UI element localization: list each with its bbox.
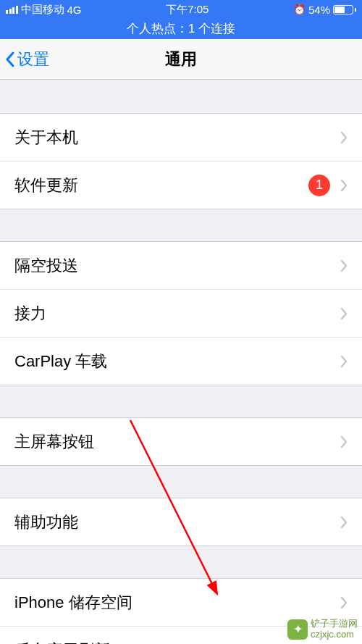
watermark: ✦ 铲子手游网 czjxjc.com (287, 619, 358, 640)
row-about[interactable]: 关于本机 (0, 114, 362, 162)
status-left: 中国移动 4G (6, 3, 82, 17)
watermark-logo-icon: ✦ (287, 619, 308, 640)
chevron-right-icon (340, 179, 348, 192)
row-label: iPhone 储存空间 (14, 592, 340, 614)
back-label: 设置 (17, 49, 49, 70)
chevron-right-icon (340, 355, 348, 368)
row-label: 软件更新 (14, 175, 308, 196)
nav-bar: 设置 通用 (0, 39, 362, 80)
battery-icon (333, 5, 356, 14)
row-handoff[interactable]: 接力 (0, 290, 362, 338)
battery-pct: 54% (308, 4, 330, 16)
row-home-button[interactable]: 主屏幕按钮 (0, 418, 362, 466)
row-label: CarPlay 车载 (14, 351, 340, 372)
section-1: 隔空投送 接力 CarPlay 车载 (0, 241, 362, 385)
section-0: 关于本机 软件更新 1 (0, 113, 362, 209)
row-airdrop[interactable]: 隔空投送 (0, 242, 362, 290)
section-2: 主屏幕按钮 (0, 417, 362, 466)
row-label: 辅助功能 (14, 511, 340, 533)
row-label: 接力 (14, 303, 340, 325)
status-bar: 中国移动 4G 下午7:05 ⏰ 54% (0, 0, 362, 19)
status-right: ⏰ 54% (293, 4, 356, 16)
chevron-right-icon (340, 516, 348, 529)
chevron-right-icon (340, 259, 348, 272)
back-button[interactable]: 设置 (0, 49, 49, 70)
section-3: 辅助功能 (0, 498, 362, 546)
row-software-update[interactable]: 软件更新 1 (0, 162, 362, 209)
carrier-label: 中国移动 (21, 3, 64, 17)
alarm-icon: ⏰ (293, 4, 306, 15)
status-time: 下午7:05 (166, 3, 209, 17)
signal-icon (6, 6, 18, 14)
chevron-left-icon (4, 51, 16, 68)
chevron-right-icon (340, 596, 348, 609)
page-title: 通用 (0, 49, 362, 70)
chevron-right-icon (340, 307, 348, 320)
chevron-right-icon (340, 131, 348, 144)
update-badge: 1 (308, 175, 330, 196)
watermark-url: czjxjc.com (311, 630, 358, 640)
row-label: 主屏幕按钮 (14, 431, 340, 453)
network-label: 4G (67, 4, 82, 16)
row-label: 隔空投送 (14, 255, 340, 277)
row-label: 后台应用刷新 (14, 640, 340, 645)
row-accessibility[interactable]: 辅助功能 (0, 498, 362, 546)
hotspot-bar[interactable]: 个人热点：1 个连接 (0, 19, 362, 39)
watermark-name: 铲子手游网 (311, 619, 358, 629)
row-label: 关于本机 (14, 127, 340, 149)
row-carplay[interactable]: CarPlay 车载 (0, 338, 362, 385)
chevron-right-icon (340, 435, 348, 448)
